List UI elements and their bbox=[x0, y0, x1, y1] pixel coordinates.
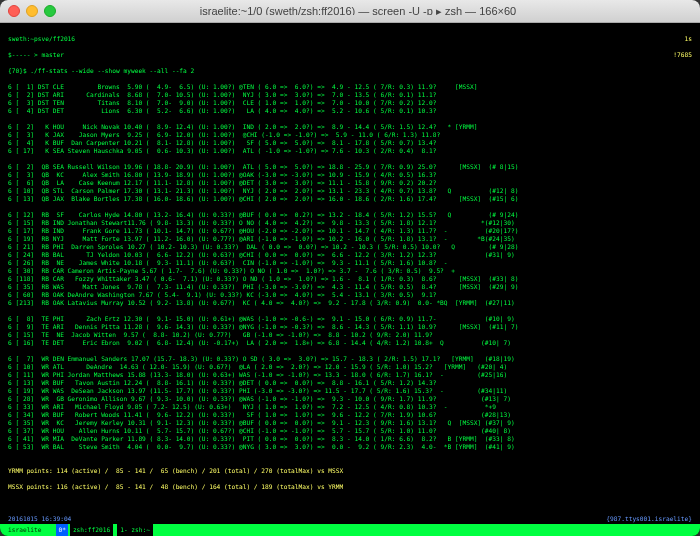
stat-row: 6 [ 24] RB BAL TJ Yeldon 10.03 ( 6.6- 12… bbox=[8, 251, 692, 259]
stat-row: 6 [ 4] K BUF Dan Carpenter 10.21 ( 8.1- … bbox=[8, 139, 692, 147]
stat-row: 6 [ 12] RB SF Carlos Hyde 14.80 ( 13.2- … bbox=[8, 211, 692, 219]
stat-row: 6 [ 35] WR KC Jeremy Kerley 10.31 ( 9.1-… bbox=[8, 419, 692, 427]
stat-row: 6 [ 60] RB OAK DeAndre Washington 7.67 (… bbox=[8, 291, 692, 299]
zoom-icon[interactable] bbox=[44, 5, 56, 17]
stat-row: 6 [ 2] QB SEA Russell Wilson 19.96 ( 18.… bbox=[8, 163, 692, 171]
stat-row: 6 [ 3] K JAX Jason Myers 9.25 ( 6.9- 12.… bbox=[8, 131, 692, 139]
stat-row: 6 [ 26] RB NE James White 10.18 ( 9.3- 1… bbox=[8, 259, 692, 267]
summary-line: YRMM points: 114 (active) / 85 - 141 / 6… bbox=[8, 467, 692, 475]
stat-row: 6 [ 16] TE DET Eric Ebron 9.02 ( 6.8- 12… bbox=[8, 339, 692, 347]
terminal-content[interactable]: sweth:~psve/ff20161s $----- > master!768… bbox=[0, 23, 700, 529]
status-active-window[interactable]: 0* bbox=[56, 524, 67, 536]
command-line: {70}$ ./ff-stats --wide --show myweek --… bbox=[8, 67, 692, 75]
status-host: israelite bbox=[8, 524, 42, 536]
stat-row: 6 [ 8] TE PHI Zach Ertz 12.30 ( 9.1- 15.… bbox=[8, 315, 692, 323]
stat-row: 6 [ 33] WR ARI Michael Floyd 9.85 ( 7.2-… bbox=[8, 403, 692, 411]
stat-row: 6 [ 30] RB CAR Cameron Artis-Payne 5.67 … bbox=[8, 267, 692, 275]
stat-row: 6 [ 19] WR WAS DeSean Jackson 13.97 (11.… bbox=[8, 387, 692, 395]
screen-statusbar[interactable]: israelite 0* zsh:ff2016 1- zsh:~ bbox=[0, 524, 700, 536]
stat-row: 6 [ 13] QB JAX Blake Bortles 17.38 ( 16.… bbox=[8, 195, 692, 203]
status-window-name[interactable]: 1- zsh:~ bbox=[117, 524, 153, 536]
close-icon[interactable] bbox=[8, 5, 20, 17]
timestamp: 20161015 16:39:04 bbox=[8, 515, 71, 523]
stat-row: 6 [ 7] WR DEN Emmanuel Sanders 17.07 (15… bbox=[8, 355, 692, 363]
tty-info: {987.ttys001.israelite} bbox=[606, 515, 692, 523]
stat-row: 6 [ 2] K HOU Nick Novak 10.40 ( 8.9- 12.… bbox=[8, 123, 692, 131]
stat-row: 6 [ 3] QB KC Alex Smith 16.80 ( 13.9- 18… bbox=[8, 171, 692, 179]
output-body: 6 [ 1] DST CLE Browns 5.90 ( 4.9- 6.5) (… bbox=[8, 83, 692, 459]
stat-row: 6 [ 10] QB STL Carson Palmer 17.30 ( 13.… bbox=[8, 187, 692, 195]
stat-row: 6 [ 35] RB WAS Matt Jones 9.78 ( 7.3- 11… bbox=[8, 283, 692, 291]
stat-row: 6 [ 19] RB NYJ Matt Forte 13.97 ( 11.2- … bbox=[8, 235, 692, 243]
stat-row: 6 [ 11] WR PHI Jordan Matthews 15.88 (13… bbox=[8, 371, 692, 379]
minimize-icon[interactable] bbox=[26, 5, 38, 17]
stat-row: 6 [ 10] WR ATL DeAndre 14.63 ( 12.0- 15.… bbox=[8, 363, 692, 371]
stat-row: 6 [118] RB CAR Fozzy Whittaker 3.47 ( 0.… bbox=[8, 275, 692, 283]
stat-row: 6 [ 15] RB IND Jonathan Stewart11.76 ( 9… bbox=[8, 219, 692, 227]
stat-row: 6 [ 4] DST DET Lions 6.30 ( 5.2- 6.6) (U… bbox=[8, 107, 692, 115]
stat-row: 6 [ 17] K SEA Steven Hauschka 9.05 ( 0.6… bbox=[8, 147, 692, 155]
stat-row: 6 [ 1] DST CLE Browns 5.90 ( 4.9- 6.5) (… bbox=[8, 83, 692, 91]
stat-row: 6 [ 13] WR BUF Tavon Austin 12.24 ( 8.8-… bbox=[8, 379, 692, 387]
stat-row: 6 [ 6] QB LA Case Keenum 12.17 ( 11.1- 1… bbox=[8, 179, 692, 187]
terminal-window: israelite:~1/0 (sweth/zsh:ff2016) — scre… bbox=[0, 0, 700, 536]
stat-row: 6 [ 37] WR HOU Allen Hurns 10.11 ( 5.7- … bbox=[8, 427, 692, 435]
stat-row: 6 [ 15] TE NE Jacob Witten 9.57 ( 8.8- 1… bbox=[8, 331, 692, 339]
stat-row: 6 [ 28] WR GB Geronimo Allison 9.67 ( 9.… bbox=[8, 395, 692, 403]
summary-line: MSSX points: 116 (active) / 85 - 141 / 4… bbox=[8, 483, 692, 491]
traffic-lights bbox=[8, 5, 56, 17]
stat-row: 6 [ 17] RB IND Frank Gore 11.73 ( 10.1- … bbox=[8, 227, 692, 235]
window-title: israelite:~1/0 (sweth/zsh:ff2016) — scre… bbox=[64, 7, 692, 15]
prompt-path: sweth:~psve/ff2016 bbox=[8, 35, 75, 43]
prompt-timing: 1s bbox=[685, 35, 692, 43]
stat-row: 6 [ 21] RB PHI Darren Sproles 10.27 ( 10… bbox=[8, 243, 692, 251]
stat-row: 6 [ 53] WR BAL Steve Smith 4.04 ( 0.0- 9… bbox=[8, 443, 692, 451]
prompt-history: !7685 bbox=[673, 51, 692, 59]
stat-row: 6 [ 41] WR MIA DeVante Parker 11.89 ( 8.… bbox=[8, 435, 692, 443]
titlebar[interactable]: israelite:~1/0 (sweth/zsh:ff2016) — scre… bbox=[0, 0, 700, 23]
stat-row: 6 [ 3] DST TEN Titans 8.10 ( 7.0- 9.0) (… bbox=[8, 99, 692, 107]
stat-row: 6 [213] RB OAK Latavius Murray 10.52 ( 9… bbox=[8, 299, 692, 307]
stat-row: 6 [ 9] TE ARI Dennis Pitta 11.28 ( 9.6- … bbox=[8, 323, 692, 331]
stat-row: 6 [ 34] WR BUF Robert Woods 11.41 ( 9.6-… bbox=[8, 411, 692, 419]
stat-row: 6 [ 2] DST ARI Cardinals 8.68 ( 7.0- 10.… bbox=[8, 91, 692, 99]
prompt-branch: $----- > master bbox=[8, 51, 64, 59]
status-window-name[interactable]: zsh:ff2016 bbox=[70, 524, 113, 536]
